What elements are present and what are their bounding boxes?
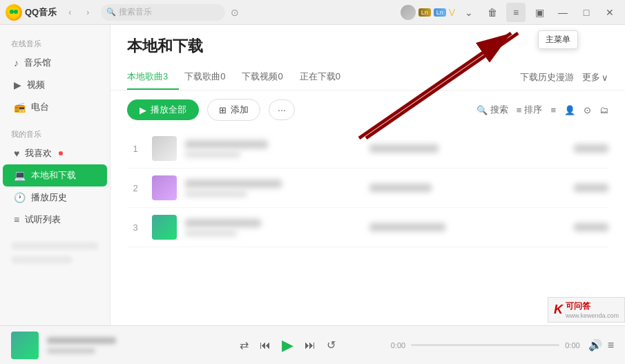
song-thumbnail [152, 136, 177, 161]
player-info [47, 337, 185, 354]
table-row[interactable]: 1 [127, 129, 608, 169]
nav-arrows: ‹ › [62, 5, 95, 20]
menu-tooltip: 主菜单 [538, 30, 578, 49]
tab-local-songs[interactable]: 本地歌曲3 [127, 65, 179, 90]
tab-right-area: 下载历史漫游 更多 ∨ [520, 71, 608, 84]
table-row[interactable]: 3 [127, 208, 608, 247]
sidebar-label-radio: 电台 [31, 101, 49, 113]
song-title-blur [185, 219, 261, 227]
svg-point-1 [10, 10, 14, 14]
player-right: 🔊 ≡ [588, 338, 614, 352]
search-action-label: 搜索 [490, 104, 508, 116]
tab-history[interactable]: 下载历史漫游 [520, 71, 574, 84]
play-pause-button[interactable]: ▶ [282, 336, 294, 354]
search-icon: 🔍 [106, 8, 116, 17]
sidebar-item-play-history[interactable]: 🕐 播放历史 [3, 186, 107, 209]
user-view-icon: 👤 [564, 105, 575, 115]
forward-button[interactable]: › [80, 5, 95, 20]
player-title-blur [47, 337, 116, 344]
playlist-icon[interactable]: ≡ [608, 339, 614, 352]
time-current: 0:00 [391, 341, 405, 349]
add-label: 添加 [231, 104, 249, 116]
sidebar-item-radio[interactable]: 📻 电台 [3, 96, 107, 118]
progress-area: 0:00 0:00 [391, 341, 580, 349]
add-icon: ⊞ [219, 105, 227, 115]
search-action-icon: 🔍 [477, 105, 488, 115]
shuffle-button[interactable]: ⇄ [240, 338, 249, 352]
progress-bar[interactable] [411, 344, 559, 346]
tab-more-label: 更多 [582, 71, 600, 84]
sidebar-item-music-hall[interactable]: ♪ 音乐馆 [3, 52, 107, 74]
maximize-button[interactable]: □ [577, 3, 596, 22]
main-layout: 在线音乐 ♪ 音乐馆 ▶ 视频 📻 电台 我的音乐 ♥ 我喜欢 💻 本地和下载 … [0, 25, 625, 325]
sidebar-blur-2 [11, 256, 73, 264]
vip-badge-1: Ln [419, 8, 431, 17]
sort-action-label: 排序 [524, 104, 542, 116]
add-button[interactable]: ⊞ 添加 [207, 99, 260, 121]
dropdown-button[interactable]: ⌄ [459, 3, 479, 22]
minimize-button[interactable]: — [553, 3, 573, 22]
action-bar: ▶ 播放全部 ⊞ 添加 ··· 🔍 搜索 ≡ 排序 ≡ [110, 90, 625, 129]
search-bar[interactable]: 🔍 搜索音乐 [101, 4, 225, 21]
song-thumbnail [152, 175, 177, 200]
sort-action-button[interactable]: ≡ 排序 [517, 104, 543, 116]
watermark-k: K [554, 303, 563, 317]
song-artist-blur [185, 151, 240, 157]
watermark-brand: 可问答 [566, 300, 619, 312]
folder-icon: 🗂 [599, 105, 608, 115]
tab-downloading[interactable]: 正在下载0 [300, 65, 352, 90]
prev-button[interactable]: ⏮ [260, 339, 271, 352]
sidebar-item-favorites[interactable]: ♥ 我喜欢 [3, 142, 107, 164]
sidebar-label-favorites: 我喜欢 [25, 147, 52, 160]
menu-button[interactable]: ≡ [506, 3, 526, 22]
tooltip-text: 主菜单 [546, 35, 570, 44]
sidebar-item-local-download[interactable]: 💻 本地和下载 [3, 164, 107, 186]
play-all-icon: ▶ [140, 105, 146, 115]
song-number: 2 [127, 183, 144, 193]
list-view-button[interactable]: ≡ [550, 105, 556, 115]
tab-more-button[interactable]: 更多 ∨ [582, 71, 608, 84]
song-list: 1 2 [110, 129, 625, 247]
next-button[interactable]: ⏭ [305, 339, 316, 352]
table-row[interactable]: 2 [127, 169, 608, 208]
close-button[interactable]: ✕ [600, 3, 619, 22]
watermark-site: www.kewenda.com [566, 312, 619, 319]
sidebar-label-video: 视频 [27, 79, 45, 91]
more-dots-button[interactable]: ··· [269, 99, 295, 120]
heart-icon: ♥ [14, 148, 19, 159]
sidebar-toggle-button[interactable]: ▣ [530, 3, 549, 22]
song-thumbnail [152, 215, 177, 240]
sidebar-item-try-list[interactable]: ≡ 试听列表 [3, 209, 107, 231]
sidebar-item-video[interactable]: ▶ 视频 [3, 74, 107, 96]
more-dots-label: ··· [278, 104, 286, 115]
song-duration-blur [574, 184, 608, 192]
notification-dot [59, 151, 63, 155]
music-hall-icon: ♪ [14, 57, 19, 68]
song-album-blur [369, 223, 445, 231]
download-local-icon: 💻 [14, 170, 26, 181]
song-info [185, 219, 608, 236]
user-view-button[interactable]: 👤 [564, 105, 575, 115]
verified-icon: V [449, 7, 455, 18]
content-area: 本地和下载 本地歌曲3 下载歌曲0 下载视频0 正在下载0 下载历史漫游 更多 … [110, 25, 625, 325]
sidebar-label-play-history: 播放历史 [31, 191, 67, 204]
download-icon[interactable]: ⊙ [231, 7, 239, 18]
app-logo: QQ音乐 [6, 4, 57, 21]
app-name: QQ音乐 [25, 6, 57, 19]
history-view-button[interactable]: ⊙ [584, 105, 591, 115]
trash-button[interactable]: 🗑 [483, 3, 502, 22]
repeat-button[interactable]: ↺ [327, 338, 336, 352]
sort-action-icon: ≡ [517, 105, 522, 115]
sidebar-section-my-music: 我的音乐 [0, 126, 110, 142]
folder-button[interactable]: 🗂 [599, 105, 608, 115]
volume-icon[interactable]: 🔊 [588, 338, 602, 352]
song-album-blur [369, 144, 439, 153]
song-info [185, 140, 608, 157]
play-all-button[interactable]: ▶ 播放全部 [127, 99, 199, 120]
tab-download-videos[interactable]: 下载视频0 [242, 65, 294, 90]
song-number: 1 [127, 144, 144, 154]
tab-download-songs[interactable]: 下载歌曲0 [184, 65, 236, 90]
action-bar-right: 🔍 搜索 ≡ 排序 ≡ 👤 ⊙ 🗂 [477, 104, 608, 116]
back-button[interactable]: ‹ [62, 5, 77, 20]
search-action-button[interactable]: 🔍 搜索 [477, 104, 508, 116]
